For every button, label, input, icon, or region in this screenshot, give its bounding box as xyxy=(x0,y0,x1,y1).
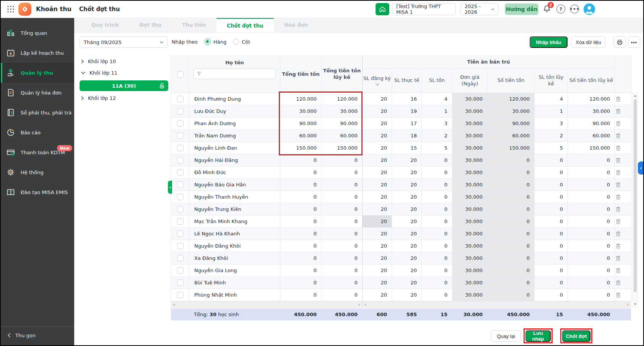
grid-cell[interactable]: 0 xyxy=(322,215,363,228)
tree-group-grade-10[interactable]: Khối lớp 10 xyxy=(81,57,116,65)
delete-row-button[interactable] xyxy=(615,154,631,166)
grid-cell[interactable]: 0 xyxy=(568,289,615,301)
delete-row-button[interactable] xyxy=(615,228,631,240)
grid-cell[interactable]: 15 xyxy=(392,142,422,154)
column-header-sl-ton-luy-ke[interactable]: SL tồn lũy kế xyxy=(535,69,568,93)
home-button[interactable] xyxy=(376,3,389,15)
grid-cell[interactable]: 0 xyxy=(568,252,615,264)
grid-cell[interactable]: 30.000 xyxy=(452,191,488,203)
grid-cell[interactable]: 0 xyxy=(488,277,535,289)
table-more-options-button[interactable]: ••• xyxy=(628,36,640,48)
grid-cell[interactable]: 0 xyxy=(422,166,452,179)
grid-cell[interactable]: 3 xyxy=(535,118,568,130)
grid-cell[interactable]: 0 xyxy=(488,154,535,166)
scroll-right-arrow[interactable]: › xyxy=(358,302,360,307)
grid-cell[interactable]: 90.000 xyxy=(280,118,322,130)
delete-row-button[interactable] xyxy=(615,240,631,252)
sidebar-item-quan-ly-thu[interactable]: $ Quản lý thu xyxy=(1,63,74,83)
tree-group-grade-11[interactable]: Khối lớp 11 xyxy=(81,69,117,77)
row-checkbox[interactable] xyxy=(171,179,189,191)
grid-cell[interactable]: 20 xyxy=(392,252,422,264)
grid-cell[interactable]: 0 xyxy=(280,203,322,215)
grid-cell[interactable]: 0 xyxy=(280,228,322,240)
grid-cell[interactable]: 60.000 xyxy=(568,130,615,142)
sidebar-item-lap-ke-hoach-thu[interactable]: $ Lập kế hoạch thu xyxy=(1,43,74,63)
grid-cell[interactable]: 0 xyxy=(280,277,322,289)
grid-cell[interactable]: 120.000 xyxy=(280,93,322,105)
delete-row-button[interactable] xyxy=(615,264,631,277)
grid-cell[interactable]: 0 xyxy=(280,240,322,252)
grid-cell[interactable]: 30.000 xyxy=(452,154,488,166)
grid-cell[interactable]: 20 xyxy=(392,228,422,240)
grid-cell[interactable]: 0 xyxy=(322,240,363,252)
row-checkbox[interactable] xyxy=(171,154,189,166)
delete-row-button[interactable] xyxy=(615,179,631,191)
grid-cell[interactable]: 20 xyxy=(363,130,392,142)
delete-row-button[interactable] xyxy=(615,166,631,179)
sidebar-item-so-phai-thu-phai-tra[interactable]: $ Sổ phải thu, phải trả xyxy=(1,103,74,122)
delete-row-button[interactable] xyxy=(615,93,631,105)
month-filter-dropdown[interactable]: Tháng 09/2025 xyxy=(80,36,168,48)
row-checkbox[interactable] xyxy=(171,215,189,228)
grid-cell[interactable]: 20 xyxy=(392,166,422,179)
scroll-left-arrow[interactable]: ‹ xyxy=(364,302,366,307)
grid-cell[interactable]: 20 xyxy=(392,264,422,277)
column-header-so-tien-ton-luy-ke[interactable]: Số tiền tồn lũy kế xyxy=(568,69,615,93)
grid-cell[interactable]: 0 xyxy=(322,264,363,277)
grid-cell[interactable]: 0 xyxy=(535,240,568,252)
finalize-batch-button[interactable]: Chốt đợt xyxy=(562,330,590,342)
grid-cell[interactable]: 90.000 xyxy=(568,118,615,130)
grid-cell[interactable]: 0 xyxy=(488,264,535,277)
row-checkbox[interactable] xyxy=(171,93,189,105)
row-checkbox[interactable] xyxy=(171,240,189,252)
grid-cell[interactable]: 30.000 xyxy=(452,264,488,277)
grid-cell[interactable]: 30.000 xyxy=(280,105,322,118)
grid-cell[interactable]: 0 xyxy=(322,191,363,203)
grid-cell[interactable]: 150.000 xyxy=(568,142,615,154)
grid-cell[interactable]: 0 xyxy=(422,252,452,264)
grid-cell[interactable]: 1 xyxy=(535,105,568,118)
grid-cell[interactable]: 30.000 xyxy=(568,105,615,118)
grid-cell[interactable]: 20 xyxy=(363,289,392,301)
grid-cell[interactable]: 0 xyxy=(280,154,322,166)
back-button[interactable]: Quay lại xyxy=(491,330,521,342)
grid-cell[interactable]: 20 xyxy=(363,252,392,264)
grid-cell[interactable]: 0 xyxy=(535,154,568,166)
guide-button[interactable]: Hướng dẫn xyxy=(505,3,538,15)
grid-cell[interactable]: 0 xyxy=(568,166,615,179)
tab-hoa-don[interactable]: Hoá đơn xyxy=(274,18,319,32)
grid-cell[interactable]: 0 xyxy=(322,289,363,301)
grid-cell[interactable]: 0 xyxy=(535,252,568,264)
grid-cell[interactable]: 30.000 xyxy=(452,179,488,191)
school-year-dropdown[interactable]: 2025 - 2026 xyxy=(460,3,499,15)
grid-cell[interactable]: 30.000 xyxy=(452,215,488,228)
grid-cell[interactable]: 0 xyxy=(488,240,535,252)
grid-cell[interactable]: 0 xyxy=(488,166,535,179)
scroll-pane-scrollbar[interactable]: ‹› xyxy=(362,301,631,308)
grid-cell[interactable]: 0 xyxy=(535,166,568,179)
grid-cell[interactable]: 20 xyxy=(392,240,422,252)
scroll-left-arrow[interactable]: ‹ xyxy=(173,302,175,307)
grid-cell[interactable]: 30.000 xyxy=(488,105,535,118)
vertical-scrollbar[interactable]: ▲ ▼ xyxy=(633,93,638,307)
grid-cell[interactable]: 20 xyxy=(392,191,422,203)
column-header-sl-thuc-te[interactable]: SL thực tế xyxy=(392,69,422,93)
delete-row-button[interactable] xyxy=(615,215,631,228)
grid-cell[interactable]: 0 xyxy=(568,154,615,166)
grid-cell[interactable]: 60.000 xyxy=(280,130,322,142)
sidebar-item-tong-quan[interactable]: Tổng quan xyxy=(1,23,74,43)
grid-cell[interactable]: 0 xyxy=(488,179,535,191)
grid-cell[interactable]: 0 xyxy=(568,215,615,228)
name-filter-input[interactable] xyxy=(194,69,276,79)
row-checkbox[interactable] xyxy=(171,252,189,264)
sidebar-item-thanh-toan-kdtm[interactable]: Thanh toán KDTM New xyxy=(1,142,74,162)
select-all-checkbox[interactable] xyxy=(171,56,189,93)
grid-cell[interactable]: 20 xyxy=(392,179,422,191)
grid-cell[interactable]: 20 xyxy=(392,215,422,228)
grid-cell[interactable]: 16 xyxy=(392,93,422,105)
grid-cell[interactable]: 0 xyxy=(422,203,452,215)
frozen-pane-scrollbar[interactable]: ‹› xyxy=(171,301,362,308)
grid-cell[interactable]: 20 xyxy=(363,166,392,179)
tab-dot-thu[interactable]: Đợt thu xyxy=(129,18,172,32)
grid-cell[interactable]: 3 xyxy=(422,118,452,130)
